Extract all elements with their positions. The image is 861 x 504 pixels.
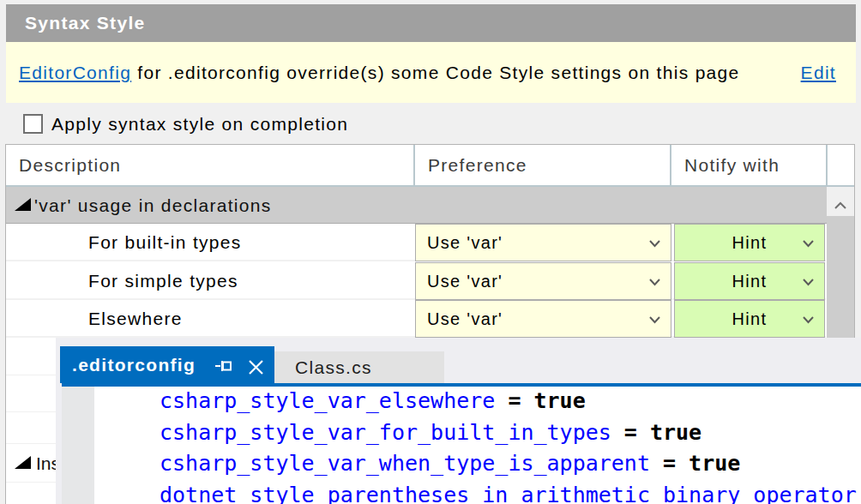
editor-preview-popup: .editorconfig Class.cs csharp_style_var_… bbox=[56, 338, 861, 504]
group-row-var-usage[interactable]: 'var' usage in declarations bbox=[6, 185, 827, 224]
notice-text: EditorConfig for .editorconfig override(… bbox=[6, 63, 801, 83]
notice-message: for .editorconfig override(s) some Code … bbox=[131, 63, 739, 82]
grid-header-row: Description Preference Notify with bbox=[6, 145, 854, 185]
code-property: csharp_style_var_elsewhere bbox=[160, 388, 495, 413]
chevron-down-icon bbox=[802, 315, 815, 324]
code-property: csharp_style_var_for_built_in_types bbox=[160, 420, 611, 445]
grid-row-hidden[interactable] bbox=[6, 483, 56, 504]
group-row-label: 'var' usage in declarations bbox=[34, 187, 272, 224]
notify-dropdown[interactable]: Hint bbox=[674, 262, 825, 300]
grid-row-simple-types[interactable]: For simple types Use 'var' Hint bbox=[6, 262, 826, 300]
code-value: = true bbox=[650, 451, 740, 476]
chevron-down-icon bbox=[648, 315, 661, 324]
code-line: dotnet_style_parentheses_in_arithmetic_b… bbox=[160, 479, 857, 504]
chevron-down-icon bbox=[802, 278, 815, 286]
close-icon[interactable] bbox=[247, 358, 265, 376]
code-value: = true bbox=[495, 388, 585, 413]
chevron-down-icon bbox=[648, 239, 661, 248]
apply-syntax-style-checkbox[interactable] bbox=[23, 114, 43, 134]
preference-dropdown[interactable]: Use 'var' bbox=[415, 262, 671, 300]
grid-row-hidden[interactable] bbox=[6, 338, 56, 375]
page-title-bar: Syntax Style bbox=[6, 4, 856, 42]
grid-row-elsewhere[interactable]: Elsewhere Use 'var' Hint bbox=[6, 300, 826, 338]
column-header-spacer bbox=[828, 145, 854, 185]
editor-gutter bbox=[62, 387, 94, 504]
editorconfig-notice-banner: EditorConfig for .editorconfig override(… bbox=[6, 42, 856, 103]
grid-row-hidden[interactable] bbox=[6, 412, 56, 444]
notify-dropdown[interactable]: Hint bbox=[674, 224, 825, 261]
code-editor-area[interactable]: csharp_style_var_elsewhere = true csharp… bbox=[62, 387, 861, 504]
code-line: csharp_style_var_elsewhere = true bbox=[160, 385, 586, 417]
preference-dropdown[interactable]: Use 'var' bbox=[415, 224, 671, 261]
code-property: dotnet_style_parentheses_in_arithmetic_b… bbox=[160, 483, 857, 504]
grid-row-built-in-types[interactable]: For built-in types Use 'var' Hint bbox=[6, 224, 826, 261]
row-description: For built-in types bbox=[88, 224, 242, 261]
apply-syntax-style-label: Apply syntax style on completion bbox=[51, 113, 348, 135]
row-description: For simple types bbox=[88, 262, 238, 300]
tab-class-cs[interactable]: Class.cs bbox=[274, 351, 444, 383]
code-value: = true bbox=[611, 420, 701, 445]
grid-row-hidden[interactable] bbox=[6, 375, 56, 412]
tab-class-cs-label: Class.cs bbox=[295, 351, 372, 383]
code-property: csharp_style_var_when_type_is_apparent bbox=[160, 451, 650, 476]
pin-icon[interactable] bbox=[214, 358, 237, 374]
group-expander-icon[interactable] bbox=[15, 198, 31, 211]
group-expander-icon[interactable] bbox=[15, 456, 31, 469]
tab-editorconfig-label: .editorconfig bbox=[72, 346, 196, 383]
editorconfig-link[interactable]: EditorConfig bbox=[19, 63, 131, 82]
code-line: csharp_style_var_for_built_in_types = tr… bbox=[160, 417, 701, 448]
chevron-down-icon bbox=[648, 278, 661, 286]
code-line: csharp_style_var_when_type_is_apparent =… bbox=[160, 447, 740, 479]
tab-editorconfig[interactable]: .editorconfig bbox=[60, 346, 274, 383]
column-header-description[interactable]: Description bbox=[6, 145, 415, 185]
page-title: Syntax Style bbox=[6, 4, 856, 42]
preference-dropdown[interactable]: Use 'var' bbox=[415, 300, 671, 338]
column-header-preference[interactable]: Preference bbox=[415, 145, 671, 185]
preference-value: Use 'var' bbox=[427, 301, 503, 337]
edit-link[interactable]: Edit bbox=[801, 63, 836, 82]
group-row-partial[interactable]: Ins bbox=[6, 444, 56, 483]
preference-value: Use 'var' bbox=[427, 225, 503, 261]
notify-dropdown[interactable]: Hint bbox=[674, 300, 825, 338]
column-header-notify-with[interactable]: Notify with bbox=[671, 145, 828, 185]
row-description: Elsewhere bbox=[88, 300, 183, 338]
chevron-up-icon bbox=[834, 201, 847, 210]
chevron-down-icon bbox=[802, 239, 815, 248]
preference-value: Use 'var' bbox=[427, 263, 503, 299]
